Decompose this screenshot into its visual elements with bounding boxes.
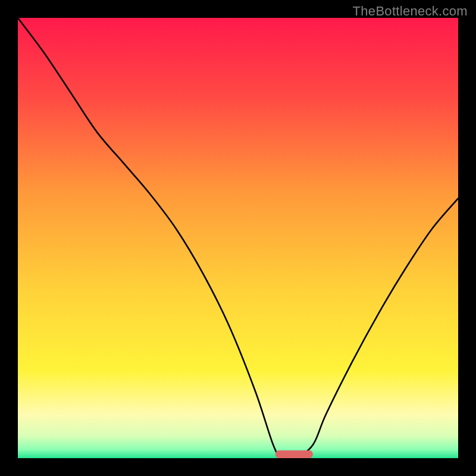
optimum-marker xyxy=(275,450,313,458)
chart-gradient-background xyxy=(18,18,458,458)
watermark-text: TheBottleneck.com xyxy=(353,4,468,19)
bottleneck-chart-frame: TheBottleneck.com xyxy=(0,0,476,476)
bottleneck-curve-chart xyxy=(0,0,476,476)
